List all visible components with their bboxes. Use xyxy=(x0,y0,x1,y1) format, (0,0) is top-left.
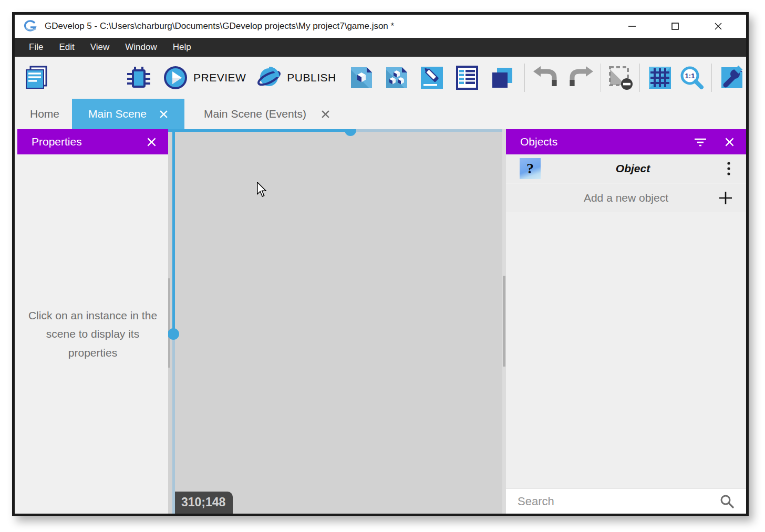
menu-bar: File Edit View Window Help xyxy=(15,38,746,57)
menu-edit[interactable]: Edit xyxy=(51,38,82,57)
objects-panel: Objects ? Object Ad xyxy=(506,129,746,514)
menu-file[interactable]: File xyxy=(21,38,51,57)
tab-bar: Home Main Scene Main Scene (Events) xyxy=(15,99,746,129)
tab-main-scene[interactable]: Main Scene xyxy=(72,99,184,129)
scene-resize-handle-top[interactable] xyxy=(345,129,356,136)
objects-search-bar xyxy=(506,488,746,514)
zoom-one-to-one-icon[interactable]: 1:1 xyxy=(679,65,704,90)
properties-empty-message: Click on an instance in the scene to dis… xyxy=(26,306,160,362)
scene-window-border-left xyxy=(172,129,175,334)
search-icon[interactable] xyxy=(720,494,735,509)
publish-icon[interactable] xyxy=(256,65,282,90)
export-tools-icon[interactable] xyxy=(719,65,745,90)
add-new-object-row[interactable]: Add a new object xyxy=(506,184,746,212)
gdevelop-window: GDevelop 5 - C:\Users\charburg\Documents… xyxy=(12,12,749,516)
properties-panel: Properties Click on an instance in the s… xyxy=(17,129,168,514)
object-menu-kebab-icon[interactable] xyxy=(725,161,732,176)
cursor-coordinates-badge: 310;148 xyxy=(175,492,233,514)
mouse-cursor xyxy=(256,182,270,198)
objects-list-empty-area xyxy=(506,213,746,488)
properties-body: Click on an instance in the scene to dis… xyxy=(17,154,168,514)
tab-main-scene-events-close-icon[interactable] xyxy=(321,110,330,119)
object-name: Object xyxy=(541,162,725,175)
grid-icon[interactable] xyxy=(647,65,673,90)
menu-help[interactable]: Help xyxy=(165,38,199,57)
object-list-item[interactable]: ? Object xyxy=(506,154,746,183)
tab-main-scene-events[interactable]: Main Scene (Events) xyxy=(184,99,349,129)
tab-main-scene-events-label: Main Scene (Events) xyxy=(204,108,306,120)
add-new-object-label: Add a new object xyxy=(533,192,719,204)
tab-home[interactable]: Home xyxy=(17,99,72,129)
add-object-plus-icon[interactable] xyxy=(719,191,732,205)
properties-title: Properties xyxy=(32,135,82,148)
debugger-icon[interactable] xyxy=(126,65,151,90)
open-instances-list-icon[interactable] xyxy=(490,65,515,90)
canvas-right-scrollbar-track[interactable] xyxy=(502,129,506,514)
edit-scene-properties-icon[interactable] xyxy=(419,65,444,90)
filter-icon[interactable] xyxy=(694,137,707,147)
menu-view[interactable]: View xyxy=(82,38,118,57)
canvas-left-scrollbar[interactable] xyxy=(168,278,170,368)
properties-close-icon[interactable] xyxy=(147,137,157,147)
tab-main-scene-label: Main Scene xyxy=(88,108,147,120)
minimize-button[interactable] xyxy=(622,18,642,34)
maximize-button[interactable] xyxy=(665,18,685,34)
undo-icon[interactable] xyxy=(533,65,559,90)
title-bar: GDevelop 5 - C:\Users\charburg\Documents… xyxy=(15,15,746,38)
close-button[interactable] xyxy=(708,18,728,34)
edit-object-groups-icon[interactable] xyxy=(384,65,409,90)
scene-resize-handle-left[interactable] xyxy=(168,328,179,340)
edit-objects-icon[interactable] xyxy=(349,65,374,90)
svg-text:1:1: 1:1 xyxy=(685,72,695,80)
scene-window-border-left-muted xyxy=(172,334,175,514)
objects-title: Objects xyxy=(520,135,557,148)
gdevelop-logo-icon xyxy=(23,19,38,34)
open-layers-icon[interactable] xyxy=(454,65,480,90)
publish-button[interactable]: PUBLISH xyxy=(287,71,336,84)
scene-window-border-top xyxy=(168,129,350,132)
redo-icon[interactable] xyxy=(568,65,593,90)
menu-window[interactable]: Window xyxy=(117,38,164,57)
tab-home-label: Home xyxy=(30,108,59,120)
tab-main-scene-close-icon[interactable] xyxy=(159,110,168,119)
preview-icon[interactable] xyxy=(163,65,188,90)
scene-canvas[interactable]: 310;148 xyxy=(168,129,506,514)
toolbar: PREVIEW PUBLISH xyxy=(15,57,746,99)
preview-button[interactable]: PREVIEW xyxy=(193,71,246,84)
canvas-right-scrollbar-thumb[interactable] xyxy=(503,276,505,367)
objects-header: Objects xyxy=(506,129,746,154)
objects-close-icon[interactable] xyxy=(725,137,735,147)
scene-window-border-top-muted xyxy=(350,129,502,132)
window-title: GDevelop 5 - C:\Users\charburg\Documents… xyxy=(45,21,394,32)
properties-header: Properties xyxy=(17,129,168,154)
objects-search-input[interactable] xyxy=(518,495,720,508)
object-thumbnail-icon: ? xyxy=(520,158,541,179)
clear-selection-icon[interactable] xyxy=(608,65,633,90)
project-manager-icon[interactable] xyxy=(24,65,49,90)
